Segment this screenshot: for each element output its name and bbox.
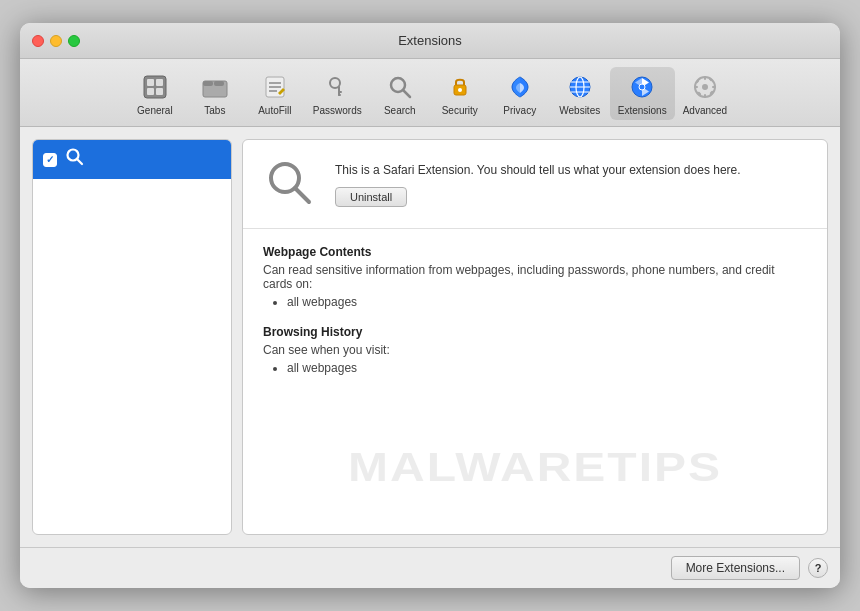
svg-rect-32: [712, 86, 716, 88]
svg-point-28: [702, 84, 708, 90]
minimize-button[interactable]: [50, 35, 62, 47]
svg-rect-2: [156, 79, 163, 86]
svg-line-40: [295, 188, 309, 202]
extension-info: This is a Safari Extension. You should t…: [335, 161, 741, 207]
extension-checkbox[interactable]: ✓: [43, 153, 57, 167]
close-button[interactable]: [32, 35, 44, 47]
svg-rect-29: [704, 76, 706, 80]
autofill-icon: [259, 71, 291, 103]
svg-rect-15: [338, 94, 341, 96]
advanced-label: Advanced: [683, 105, 727, 116]
security-icon: [444, 71, 476, 103]
toolbar-privacy[interactable]: Privacy: [490, 67, 550, 120]
webpage-contents-list: all webpages: [263, 295, 807, 309]
maximize-button[interactable]: [68, 35, 80, 47]
extension-description: This is a Safari Extension. You should t…: [335, 161, 741, 179]
search-label: Search: [384, 105, 416, 116]
webpage-contents-item: all webpages: [287, 295, 807, 309]
permission-webpage-contents: Webpage Contents Can read sensitive info…: [263, 245, 807, 309]
sidebar-search-extension[interactable]: ✓: [33, 140, 231, 179]
svg-rect-30: [704, 94, 706, 98]
svg-rect-31: [694, 86, 698, 88]
browsing-history-desc: Can see when you visit:: [263, 343, 807, 357]
svg-point-26: [639, 84, 645, 90]
safari-preferences-window: Extensions General: [20, 23, 840, 588]
toolbar-search[interactable]: Search: [370, 67, 430, 120]
help-button[interactable]: ?: [808, 558, 828, 578]
browsing-history-title: Browsing History: [263, 325, 807, 339]
advanced-icon: [689, 71, 721, 103]
checkbox-check: ✓: [46, 155, 54, 165]
webpage-contents-title: Webpage Contents: [263, 245, 807, 259]
svg-rect-3: [147, 88, 154, 95]
svg-line-38: [77, 159, 82, 164]
toolbar-advanced[interactable]: Advanced: [675, 67, 735, 120]
browsing-history-item: all webpages: [287, 361, 807, 375]
permissions-section: Webpage Contents Can read sensitive info…: [243, 229, 827, 534]
privacy-icon: [504, 71, 536, 103]
extensions-label: Extensions: [618, 105, 667, 116]
autofill-label: AutoFill: [258, 105, 291, 116]
extension-header: This is a Safari Extension. You should t…: [243, 140, 827, 229]
extension-big-icon: [263, 156, 319, 212]
svg-rect-1: [147, 79, 154, 86]
toolbar-autofill[interactable]: AutoFill: [245, 67, 305, 120]
footer: More Extensions... ?: [20, 547, 840, 588]
extensions-icon: [626, 71, 658, 103]
toolbar-security[interactable]: Security: [430, 67, 490, 120]
privacy-label: Privacy: [503, 105, 536, 116]
toolbar-websites[interactable]: Websites: [550, 67, 610, 120]
tabs-icon: [199, 71, 231, 103]
svg-rect-14: [338, 91, 342, 93]
toolbar-tabs[interactable]: Tabs: [185, 67, 245, 120]
toolbar: General Tabs: [20, 59, 840, 127]
permission-browsing-history: Browsing History Can see when you visit:…: [263, 325, 807, 375]
websites-icon: [564, 71, 596, 103]
websites-label: Websites: [559, 105, 600, 116]
sidebar-ext-icon: [65, 147, 85, 172]
svg-rect-4: [156, 88, 163, 95]
content-area: ✓ MALWARETIPS: [20, 127, 840, 547]
uninstall-button[interactable]: Uninstall: [335, 187, 407, 207]
titlebar: Extensions: [20, 23, 840, 59]
extension-detail-panel: MALWARETIPS This is a Safari Extension. …: [242, 139, 828, 535]
browsing-history-list: all webpages: [263, 361, 807, 375]
svg-rect-6: [203, 81, 213, 86]
security-label: Security: [442, 105, 478, 116]
window-title: Extensions: [398, 33, 462, 48]
toolbar-passwords[interactable]: Passwords: [305, 67, 370, 120]
extensions-sidebar: ✓: [32, 139, 232, 535]
passwords-label: Passwords: [313, 105, 362, 116]
tabs-label: Tabs: [204, 105, 225, 116]
general-icon: [139, 71, 171, 103]
toolbar-general[interactable]: General: [125, 67, 185, 120]
svg-line-17: [403, 90, 410, 97]
svg-rect-7: [214, 81, 224, 86]
svg-point-19: [458, 88, 462, 92]
passwords-icon: [321, 71, 353, 103]
more-extensions-button[interactable]: More Extensions...: [671, 556, 800, 580]
search-toolbar-icon: [384, 71, 416, 103]
toolbar-icons: General Tabs: [125, 67, 735, 120]
general-label: General: [137, 105, 173, 116]
toolbar-extensions[interactable]: Extensions: [610, 67, 675, 120]
webpage-contents-desc: Can read sensitive information from webp…: [263, 263, 807, 291]
traffic-lights: [32, 35, 80, 47]
